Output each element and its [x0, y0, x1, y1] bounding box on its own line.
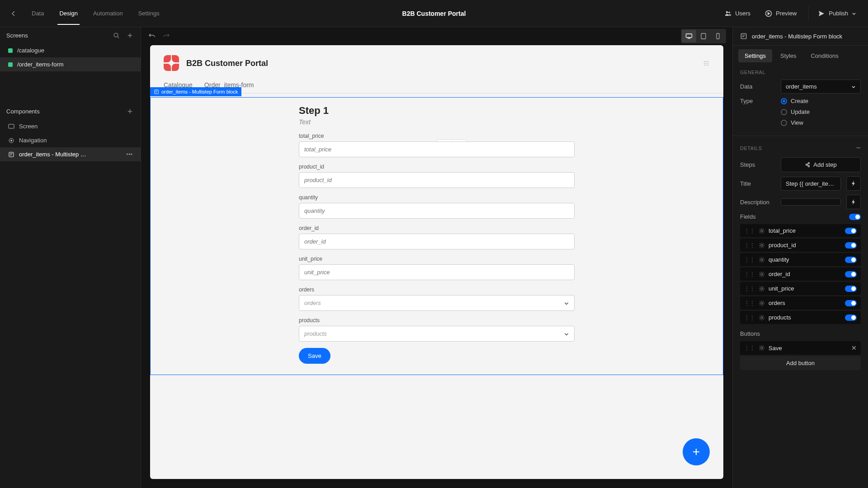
button-name: Save	[769, 345, 848, 352]
svg-point-19	[708, 65, 708, 66]
field-select-products[interactable]: products	[299, 326, 575, 342]
tab-styles[interactable]: Styles	[774, 49, 802, 62]
component-item-multistep-form[interactable]: order_items - Multistep For... •••	[0, 147, 141, 161]
remove-button-icon[interactable]: ✕	[851, 344, 857, 352]
publish-button[interactable]: Publish	[808, 6, 863, 21]
field-item-products[interactable]: ⋮⋮products	[740, 311, 861, 324]
title-input[interactable]: Step {{ order_item…	[781, 177, 841, 191]
publish-label: Publish	[829, 10, 848, 17]
button-item-save[interactable]: ⋮⋮ Save ✕	[740, 341, 861, 355]
svg-point-32	[761, 302, 763, 304]
svg-point-29	[761, 258, 763, 260]
field-input-unit_price[interactable]	[299, 264, 575, 280]
svg-point-34	[761, 347, 763, 349]
nav-tab-settings[interactable]: Settings	[132, 2, 166, 25]
add-screen-icon[interactable]	[125, 31, 134, 40]
fab-add-button[interactable]: +	[683, 438, 710, 465]
field-label-order_id: order_id	[299, 225, 575, 231]
gear-icon[interactable]	[759, 257, 765, 263]
field-item-orders[interactable]: ⋮⋮orders	[740, 296, 861, 310]
nav-tab-design[interactable]: Design	[53, 2, 84, 25]
device-mobile-button[interactable]	[711, 30, 725, 42]
description-binding-button[interactable]	[846, 195, 861, 209]
fields-toggle[interactable]	[849, 214, 861, 220]
description-input[interactable]	[781, 198, 841, 206]
gear-icon[interactable]	[759, 314, 765, 321]
drag-handle-icon[interactable]: ⋮⋮	[744, 242, 755, 249]
gear-icon[interactable]	[759, 228, 765, 234]
tab-settings[interactable]: Settings	[738, 49, 772, 62]
field-item-total_price[interactable]: ⋮⋮total_price	[740, 224, 861, 237]
field-select-orders[interactable]: orders	[299, 295, 575, 311]
nav-tab-data[interactable]: Data	[25, 2, 50, 25]
tab-conditions[interactable]: Conditions	[804, 49, 844, 62]
component-item-navigation[interactable]: Navigation	[0, 133, 141, 147]
save-button[interactable]: Save	[299, 348, 330, 364]
preview-button[interactable]: Preview	[759, 6, 803, 21]
gear-icon[interactable]	[759, 345, 765, 351]
field-item-product_id[interactable]: ⋮⋮product_id	[740, 239, 861, 252]
redo-button[interactable]	[162, 32, 171, 41]
data-select[interactable]: order_items	[781, 80, 861, 94]
drag-handle-icon[interactable]: ⋮⋮	[744, 271, 755, 277]
undo-button[interactable]	[147, 32, 156, 41]
drag-handle-icon[interactable]: ⋮⋮	[744, 228, 755, 234]
nav-tab-automation[interactable]: Automation	[87, 2, 129, 25]
title-binding-button[interactable]	[846, 176, 861, 191]
field-name: quantity	[769, 256, 841, 263]
svg-point-30	[761, 273, 763, 275]
add-step-button[interactable]: Add step	[781, 157, 861, 172]
field-input-quantity[interactable]	[299, 203, 575, 219]
field-toggle[interactable]	[845, 257, 857, 263]
svg-point-6	[11, 140, 12, 141]
drag-handle-icon[interactable]: ⋮⋮	[744, 257, 755, 263]
grip-icon[interactable]	[703, 60, 710, 67]
screen-item-catalogue[interactable]: /catalogue	[0, 43, 141, 57]
screen-item-order-items-form[interactable]: /order_items-form	[0, 57, 141, 71]
add-component-icon[interactable]	[125, 107, 134, 116]
gear-icon[interactable]	[759, 271, 765, 277]
gear-icon[interactable]	[759, 300, 765, 306]
field-input-order_id[interactable]	[299, 234, 575, 249]
form-icon	[740, 33, 747, 40]
back-button[interactable]	[5, 5, 22, 22]
type-label: Type	[740, 98, 775, 104]
svg-point-17	[704, 65, 705, 66]
app-logo	[164, 55, 180, 71]
drag-handle-icon[interactable]: ⋮⋮	[744, 314, 755, 321]
right-panel-title: order_items - Multistep Form block	[752, 33, 842, 40]
screen-status-dot	[8, 62, 13, 67]
users-button[interactable]: Users	[718, 6, 757, 21]
collapse-details-icon[interactable]: −	[856, 143, 861, 153]
field-toggle[interactable]	[845, 242, 857, 249]
field-input-total_price[interactable]	[299, 141, 575, 157]
gear-icon[interactable]	[759, 242, 765, 249]
drag-handle-icon[interactable]: ⋮⋮	[744, 300, 755, 306]
field-item-unit_price[interactable]: ⋮⋮unit_price	[740, 282, 861, 295]
step-subtitle: Text	[299, 118, 575, 126]
radio-create[interactable]: Create	[781, 98, 810, 104]
search-screens-icon[interactable]	[112, 31, 121, 40]
selection-tag: order_items - Multistep Form block	[150, 87, 241, 96]
field-item-order_id[interactable]: ⋮⋮order_id	[740, 267, 861, 281]
device-tablet-button[interactable]	[696, 30, 711, 42]
device-desktop-button[interactable]	[682, 30, 696, 42]
svg-point-28	[761, 244, 763, 246]
more-icon[interactable]: •••	[126, 151, 132, 158]
drag-handle-icon[interactable]: ⋮⋮	[744, 286, 755, 292]
component-item-screen[interactable]: Screen	[0, 119, 141, 133]
drag-handle-icon[interactable]: ⋮⋮	[744, 345, 755, 351]
field-input-product_id[interactable]	[299, 172, 575, 188]
gear-icon[interactable]	[759, 286, 765, 292]
radio-update[interactable]: Update	[781, 108, 810, 115]
radio-view[interactable]: View	[781, 119, 810, 126]
add-button-button[interactable]: Add button	[740, 356, 861, 370]
field-toggle[interactable]	[845, 271, 857, 277]
field-toggle[interactable]	[845, 228, 857, 234]
field-toggle[interactable]	[845, 300, 857, 306]
field-toggle[interactable]	[845, 314, 857, 321]
field-label-total_price: total_price	[299, 133, 575, 139]
preview-label: Preview	[776, 10, 797, 17]
field-toggle[interactable]	[845, 286, 857, 292]
field-item-quantity[interactable]: ⋮⋮quantity	[740, 253, 861, 266]
